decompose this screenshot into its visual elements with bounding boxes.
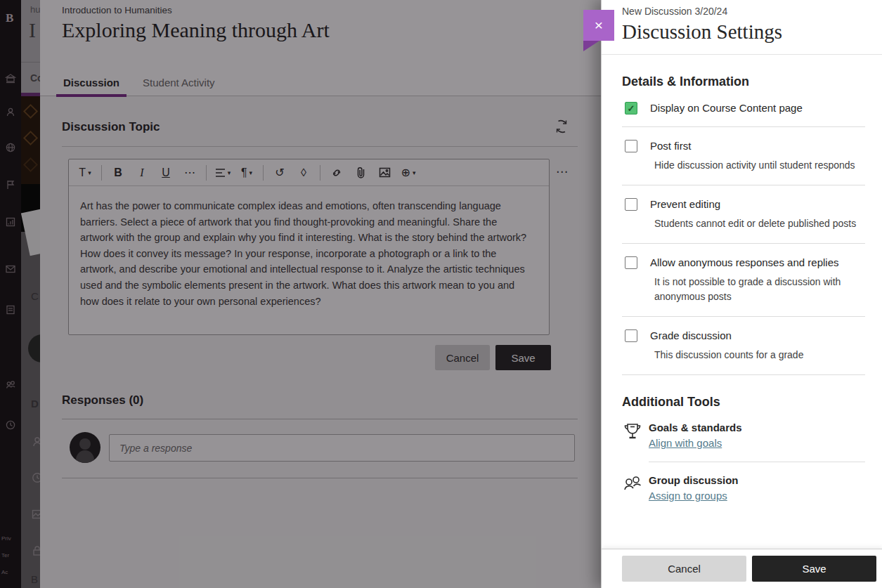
group-icon [622,474,643,497]
background-title-fragment: I [29,18,36,42]
app-nav-rail: B Priv Ter Ac [0,0,21,588]
tab-student-activity[interactable]: Student Activity [136,69,222,96]
globe-icon[interactable] [5,142,16,153]
bold-button[interactable]: B [108,162,129,183]
clock-icon[interactable] [5,419,16,431]
discussion-topic-body[interactable]: Art has the power to communicate complex… [69,186,543,321]
privacy-link-fragment[interactable]: Priv [1,535,11,542]
tab-discussion[interactable]: Discussion [56,69,127,96]
checkbox-unchecked[interactable]: ✓ [625,140,637,152]
divider [622,126,865,127]
settings-cancel-button[interactable]: Cancel [622,556,746,582]
align-button[interactable]: ▾ [212,162,233,183]
toolbar-overflow-icon[interactable]: ⋯ [556,164,569,179]
toolbar-separator [263,165,264,181]
rich-text-editor[interactable]: T▾ B I U ⋯ ▾ ¶▾ ↺ ◊ ⊕▾ Art has the power… [68,159,550,335]
terms-link-fragment[interactable]: Ter [1,552,9,558]
editor-toolbar: T▾ B I U ⋯ ▾ ¶▾ ↺ ◊ ⊕▾ [69,159,549,186]
institution-icon[interactable] [5,73,16,84]
option-description: Students cannot edit or delete published… [654,216,856,231]
option-grade-discussion: ✓ Grade discussion This discussion count… [622,329,865,362]
option-label[interactable]: Display on Course Content page [650,101,803,114]
lock-icon [31,544,40,557]
page-title: Exploring Meaning through Art [62,18,330,42]
close-button-fold [583,41,599,51]
divider [21,62,40,63]
topic-save-button[interactable]: Save [495,345,551,370]
attach-file-button[interactable] [350,162,371,183]
close-icon[interactable]: × [583,10,614,41]
messages-icon[interactable] [5,263,16,275]
refresh-icon[interactable] [551,116,572,137]
divider [622,185,865,185]
align-with-goals-link[interactable]: Align with goals [649,437,722,449]
checkbox-unchecked[interactable]: ✓ [625,198,637,211]
paragraph-style-button[interactable]: ¶▾ [236,162,257,183]
option-description: Hide discussion activity until student r… [654,158,855,173]
settings-save-button[interactable]: Save [752,556,876,582]
groups-icon[interactable] [5,379,16,391]
background-tab-fragment: Co [30,72,40,84]
settings-eyebrow: New Discussion 3/20/24 [622,6,865,17]
option-label[interactable]: Grade discussion [650,329,803,341]
divider [649,462,865,462]
text-style-button[interactable]: T▾ [74,162,96,183]
more-text-formats-button[interactable]: ⋯ [179,162,200,183]
background-breadcrumb-fragment: hu [30,4,40,15]
background-avatar [28,334,40,362]
topic-cancel-button[interactable]: Cancel [435,345,490,370]
discussion-settings-panel: × New Discussion 3/20/24 Discussion Sett… [601,0,882,588]
option-display-on-course-content: ✓ Display on Course Content page [622,101,865,115]
due-date-icon [31,471,40,484]
insert-content-button[interactable]: ⊕▾ [398,162,419,183]
italic-button[interactable]: I [131,162,153,183]
divider [62,419,578,419]
checkbox-unchecked[interactable]: ✓ [625,256,637,269]
divider [622,316,865,317]
details-section-heading: Details & Information [622,74,865,89]
settings-footer: Cancel Save [602,549,882,588]
media-icon [31,508,40,521]
tool-title: Group discussion [649,474,739,486]
underline-button[interactable]: U [155,162,176,183]
course-banner-image [21,96,40,184]
settings-content: Details & Information ✓ Display on Cours… [602,74,882,502]
option-label[interactable]: Post first [650,139,855,152]
grades-icon[interactable] [5,216,16,228]
assign-to-groups-link[interactable]: Assign to groups [649,490,727,502]
trophy-icon [622,422,643,444]
tool-goals-standards: Goals & standards Align with goals [622,422,865,450]
divider [62,146,578,147]
option-label[interactable]: Allow anonymous responses and replies [650,256,865,268]
responses-heading: Responses (0) [62,393,143,407]
clear-formatting-button[interactable]: ◊ [293,162,314,183]
undo-button[interactable]: ↺ [269,162,290,183]
checkbox-unchecked[interactable]: ✓ [625,329,637,342]
tool-title: Goals & standards [649,422,742,433]
option-allow-anonymous: ✓ Allow anonymous responses and replies … [622,256,865,304]
tools-section-heading: Additional Tools [622,395,865,410]
toolbar-separator [320,165,320,181]
divider [622,243,865,244]
option-prevent-editing: ✓ Prevent editing Students cannot edit o… [622,197,865,231]
page: B Priv Ter Ac hu I Co C D B [0,0,882,588]
checkbox-checked[interactable]: ✓ [625,102,637,115]
option-description: This discussion counts for a grade [654,348,803,362]
tasks-icon[interactable] [5,304,16,315]
response-input[interactable] [109,434,575,462]
profile-icon[interactable] [5,107,16,118]
accessibility-link-fragment[interactable]: Ac [1,569,8,575]
option-description: It is not possible to grade a discussion… [654,275,865,304]
breadcrumb[interactable]: Introduction to Humanities [62,5,172,15]
insert-image-button[interactable] [374,162,395,183]
flag-icon[interactable] [5,179,16,190]
user-avatar [70,432,100,463]
toolbar-separator [206,165,207,181]
discussion-topic-heading: Discussion Topic [62,120,160,134]
option-post-first: ✓ Post first Hide discussion activity un… [622,139,865,173]
divider [62,478,578,478]
divider [622,374,865,375]
option-label[interactable]: Prevent editing [650,197,856,210]
insert-link-button[interactable] [326,162,347,183]
app-logo[interactable]: B [6,11,13,25]
